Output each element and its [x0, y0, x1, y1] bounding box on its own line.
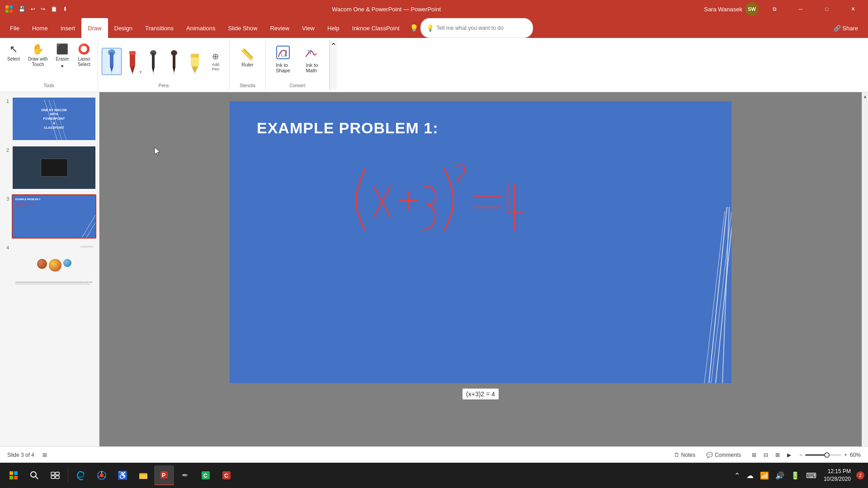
- clock[interactable]: 12:15 PM 10/28/2020: [822, 466, 853, 485]
- menu-insert[interactable]: Insert: [54, 18, 82, 38]
- blue-pen-button[interactable]: [102, 48, 122, 75]
- ink-to-shape-button[interactable]: Ink toShape: [269, 42, 297, 76]
- share-button[interactable]: 🔗 Share: [827, 25, 864, 32]
- wacom-taskbar-icon[interactable]: ✒: [175, 465, 195, 485]
- powerpoint-taskbar-icon[interactable]: P: [154, 465, 174, 485]
- zoom-level[interactable]: 60%: [850, 452, 861, 458]
- red-marker-button[interactable]: ▾: [123, 48, 142, 75]
- minimize-button[interactable]: ─: [790, 0, 811, 18]
- draw-ribbon: ↖ Select ✋ Draw withTouch ⬛ Eraser ▾ ⭕ L…: [0, 38, 868, 92]
- explorer-icon: [138, 470, 148, 480]
- user-info: Sara Wanasek SW: [704, 2, 759, 16]
- reading-view-button[interactable]: ⊠: [773, 451, 783, 459]
- scroll-up-icon[interactable]: ▲: [863, 94, 868, 99]
- more-qt-icon[interactable]: ⬇: [61, 5, 69, 13]
- main-slide[interactable]: EXAMPLE PROBLEM 1:: [230, 101, 731, 383]
- svg-marker-10: [130, 67, 135, 73]
- notification-badge[interactable]: 2: [856, 471, 864, 479]
- title-bar-right: Sara Wanasek SW ⧉ ─ □ ✕: [704, 0, 863, 18]
- edge-taskbar-icon[interactable]: [71, 465, 91, 485]
- svg-rect-21: [191, 54, 199, 57]
- inknoe-taskbar-icon[interactable]: C: [217, 465, 236, 485]
- chevron-up-icon[interactable]: ⌃: [732, 469, 742, 482]
- slide3-lines: [68, 211, 95, 238]
- menu-inknoe[interactable]: Inknoe ClassPoint: [346, 18, 406, 38]
- comments-button[interactable]: 💬 Comments: [703, 451, 744, 459]
- menu-design[interactable]: Design: [108, 18, 139, 38]
- slide-preview-1[interactable]: ONE BY WACOMWITHPOWERPOINT&CLASSPOINT: [12, 97, 96, 141]
- menu-home[interactable]: Home: [26, 18, 54, 38]
- right-scrollbar[interactable]: ▲: [862, 92, 868, 446]
- network-icon[interactable]: 📶: [758, 469, 771, 482]
- slide-preview-2[interactable]: [12, 145, 96, 190]
- menu-transitions[interactable]: Transitions: [139, 18, 180, 38]
- slide-preview-4[interactable]: [12, 243, 96, 287]
- slide-preview-3[interactable]: EXAMPLE PROBLEM 1: (x+3)² = 4: [12, 194, 96, 239]
- tell-me-search[interactable]: 💡: [420, 18, 533, 38]
- svg-line-37: [722, 207, 729, 383]
- menu-file[interactable]: File: [4, 18, 26, 38]
- tell-me-input[interactable]: [437, 25, 527, 31]
- clock-time: 12:15 PM: [824, 468, 851, 475]
- ink-to-math-button[interactable]: π Ink toMath: [298, 42, 326, 76]
- zoom-minus-icon[interactable]: −: [799, 452, 802, 458]
- ruler-button[interactable]: 📏 Ruler: [235, 42, 259, 73]
- sound-icon[interactable]: 🔊: [774, 469, 786, 482]
- ribbon-collapse-button[interactable]: ⌃: [330, 40, 337, 90]
- explorer-taskbar-icon[interactable]: [133, 465, 153, 485]
- slide-sorter-button[interactable]: ⊟: [761, 451, 771, 459]
- user-avatar[interactable]: SW: [745, 2, 759, 16]
- slideshow-button[interactable]: ▶: [784, 451, 794, 459]
- slide-thumb-2[interactable]: 2: [2, 145, 97, 191]
- classpoint-taskbar-icon[interactable]: C: [196, 465, 216, 485]
- pens-group: ▾: [98, 40, 230, 90]
- redo-qt-icon[interactable]: ↪: [39, 5, 47, 13]
- slide-thumb-3[interactable]: 3 EXAMPLE PROBLEM 1: (x+3)² = 4: [2, 193, 97, 239]
- select-button[interactable]: ↖ Select: [4, 42, 24, 64]
- svg-rect-5: [110, 52, 113, 66]
- dark-pen-button[interactable]: [143, 48, 163, 75]
- add-pen-button[interactable]: ⊕ AddPen: [206, 48, 226, 75]
- accessibility-button[interactable]: ⊞: [40, 451, 50, 459]
- battery-icon[interactable]: 🔋: [789, 469, 802, 482]
- accessibility-taskbar-icon[interactable]: ♿: [113, 465, 132, 485]
- undo-qt-icon[interactable]: ↩: [29, 5, 37, 13]
- keyboard-icon[interactable]: ⌨: [804, 469, 818, 482]
- dark-pen2-button[interactable]: [164, 48, 184, 75]
- svg-rect-0: [5, 5, 9, 9]
- menu-slideshow[interactable]: Slide Show: [222, 18, 264, 38]
- svg-marker-22: [192, 66, 198, 72]
- slide3-equation: (x+3)² = 4: [15, 202, 93, 207]
- share-area: 🔗 Share: [827, 18, 864, 38]
- zoom-slider[interactable]: [805, 454, 841, 456]
- onedrive-icon[interactable]: ☁: [745, 469, 755, 482]
- taskbar-sep-1: [68, 469, 68, 482]
- close-button[interactable]: ✕: [843, 0, 863, 18]
- svg-rect-47: [56, 472, 59, 475]
- menu-help[interactable]: Help: [321, 18, 346, 38]
- zoom-thumb[interactable]: [824, 452, 830, 458]
- slide-thumb-4[interactable]: 4: [2, 242, 97, 288]
- draw-with-touch-button[interactable]: ✋ Draw withTouch: [25, 42, 51, 69]
- normal-view-button[interactable]: ⊞: [749, 451, 759, 459]
- menu-view[interactable]: View: [296, 18, 321, 38]
- restore-down-button[interactable]: ⧉: [764, 0, 785, 18]
- present-qt-icon[interactable]: 📋: [49, 5, 59, 13]
- maximize-button[interactable]: □: [816, 0, 837, 18]
- lasso-select-button[interactable]: ⭕ LassoSelect: [74, 42, 94, 69]
- chrome-taskbar-icon[interactable]: [92, 465, 112, 485]
- notes-button[interactable]: 🗒 Notes: [671, 451, 698, 459]
- eraser-button[interactable]: ⬛ Eraser ▾: [52, 42, 72, 71]
- save-qt-icon[interactable]: 💾: [17, 5, 27, 13]
- start-button[interactable]: [4, 465, 24, 485]
- menu-review[interactable]: Review: [264, 18, 296, 38]
- menu-animations[interactable]: Animations: [180, 18, 222, 38]
- slide-thumb-1[interactable]: 1 ONE BY WACOMWITHPOWERPOINT&CLASSPOINT: [2, 96, 97, 142]
- menu-draw[interactable]: Draw: [81, 18, 108, 38]
- search-taskbar-button[interactable]: [24, 465, 44, 485]
- user-name: Sara Wanasek: [704, 6, 742, 13]
- zoom-plus-icon[interactable]: +: [844, 452, 847, 458]
- equation-svg: [338, 155, 609, 246]
- yellow-highlight-button[interactable]: [185, 48, 205, 75]
- task-view-button[interactable]: [45, 465, 65, 485]
